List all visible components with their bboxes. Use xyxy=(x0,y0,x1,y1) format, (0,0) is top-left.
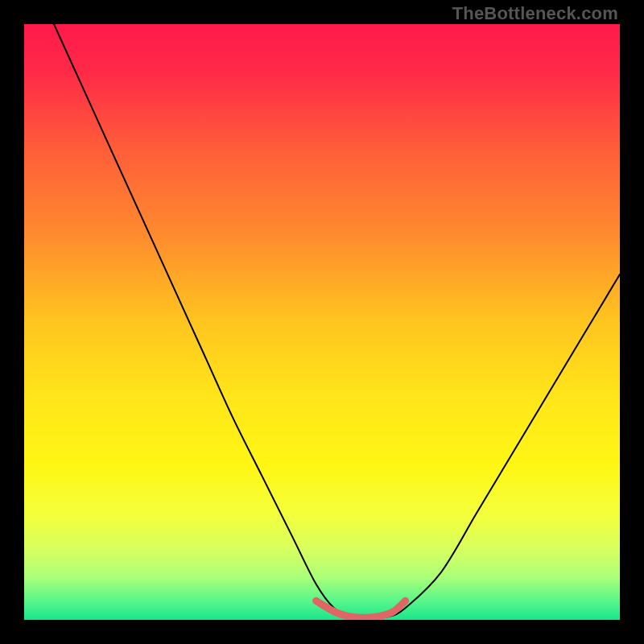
chart-svg xyxy=(24,24,620,620)
gradient-background xyxy=(24,24,620,620)
plot-area xyxy=(24,24,620,620)
watermark-text: TheBottleneck.com xyxy=(452,3,618,24)
chart-frame: TheBottleneck.com xyxy=(0,0,644,644)
